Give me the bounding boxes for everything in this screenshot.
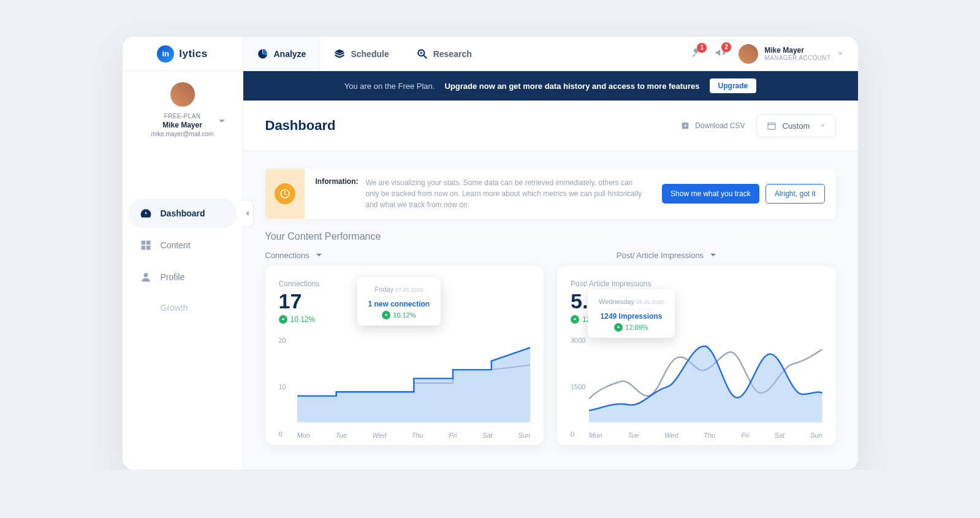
nav-tab-analyze[interactable]: Analyze (243, 37, 321, 70)
x-tick: Sat (482, 432, 493, 439)
charts-row: Connections 17 10.12% Friday07.05.2020 1… (243, 266, 858, 470)
main: You are on the Free Plan. Upgrade now an… (243, 71, 858, 470)
x-tick: Fri (449, 432, 457, 439)
clock-icon (275, 183, 295, 204)
section-title: Your Content Performance (243, 231, 858, 242)
avatar (739, 44, 758, 64)
x-tick: Thu (412, 432, 424, 439)
arrow-up-icon (614, 323, 623, 332)
x-tick: Mon (297, 432, 310, 439)
show-tracking-button[interactable]: Show me what you track (662, 184, 759, 204)
chart-area: 20 10 0 Mon Tue Wed (279, 335, 531, 439)
svg-rect-5 (141, 241, 145, 245)
card-delta-value: 10.12% (291, 315, 316, 324)
notif-badge: 2 (721, 42, 731, 52)
grid-icon (140, 239, 152, 251)
page-header: Dashboard Download CSV Custom (243, 101, 858, 151)
x-tick: Wed (664, 432, 678, 439)
x-tick: Mon (589, 432, 602, 439)
sidebar-item-label: Profile (161, 272, 185, 282)
sidebar-nav: Dashboard Content Profile Growth (123, 199, 243, 321)
x-tick: Sun (518, 432, 530, 439)
tooltip-day: Wednesday (599, 298, 634, 305)
nav-tab-label: Research (433, 49, 472, 59)
notifications-key[interactable]: 1 (691, 47, 703, 61)
sidebar-item-label: Dashboard (161, 208, 205, 218)
brand-logo-icon: in (157, 45, 174, 63)
svg-point-9 (143, 273, 148, 277)
sidebar-user-name: Mike Mayer (162, 121, 202, 129)
upgrade-banner: You are on the Free Plan. Upgrade now an… (243, 71, 858, 101)
metric-label: Post/ Article Impressions (617, 251, 704, 260)
nav-tab-schedule[interactable]: Schedule (320, 37, 402, 70)
chart-tooltip: Friday07.05.2020 1 new connection 10.12% (357, 277, 441, 326)
impressions-chart[interactable] (589, 335, 822, 422)
x-tick: Wed (373, 432, 386, 439)
body: FREE-PLAN Mike Mayer mike.mayer@mail.com… (123, 71, 858, 470)
tooltip-date: 07.05.2020 (395, 287, 423, 293)
user-role: MANAGER ACCOUNT (764, 55, 830, 61)
banner-lead: You are on the Free Plan. (344, 82, 435, 91)
tooltip-delta: 12.09% (614, 323, 648, 332)
tooltip-day: Friday (375, 286, 394, 293)
arrow-up-icon (571, 315, 579, 324)
x-tick: Sat (775, 432, 785, 439)
page-title: Dashboard (265, 118, 336, 134)
tooltip-main: 1 new connection (368, 300, 430, 308)
metric-select-right[interactable]: Post/ Article Impressions (617, 251, 716, 260)
top-nav: in lytics Analyze Schedule Research (123, 37, 858, 71)
download-csv-label: Download CSV (695, 121, 745, 130)
chart-area: 3000 1500 0 Mon Tue (571, 335, 822, 439)
sidebar-item-label: Content (161, 240, 191, 250)
banner-strong: Upgrade now an get more data history and… (444, 82, 699, 91)
date-range-label: Custom (783, 121, 810, 131)
notif-badge: 1 (697, 43, 707, 53)
tooltip-date: 05.05.2020 (636, 299, 664, 305)
user-menu[interactable]: Mike Mayer MANAGER ACCOUNT (739, 44, 843, 64)
svg-rect-7 (141, 246, 145, 250)
svg-line-1 (424, 55, 426, 58)
sidebar-item-profile[interactable]: Profile (129, 262, 237, 292)
connections-chart[interactable] (297, 335, 531, 422)
dismiss-info-button[interactable]: Alright, got it (765, 184, 825, 204)
info-banner: Information: We are visualizing your sta… (265, 169, 836, 219)
x-tick: Thu (704, 432, 715, 439)
date-range-select[interactable]: Custom (756, 114, 836, 137)
sidebar-item-growth[interactable]: Growth (129, 294, 237, 321)
nav-tab-research[interactable]: Research (403, 37, 485, 70)
impressions-card: Post/ Article Impressions 5.653 12.09% W… (557, 266, 836, 445)
sidebar-item-content[interactable]: Content (129, 230, 237, 260)
y-tick: 0 (571, 430, 574, 438)
tooltip-delta: 10.12% (382, 311, 416, 319)
x-tick: Tue (628, 432, 639, 439)
divider (378, 297, 420, 297)
x-tick: Fri (741, 432, 749, 439)
chevron-down-icon (837, 51, 843, 57)
collapse-sidebar-button[interactable] (243, 200, 254, 227)
svg-rect-11 (768, 123, 775, 129)
brand[interactable]: in lytics (123, 45, 243, 63)
sidebar: FREE-PLAN Mike Mayer mike.mayer@mail.com… (123, 71, 243, 470)
nav-tab-label: Analyze (274, 49, 306, 59)
metric-select-left[interactable]: Connections (265, 251, 322, 260)
y-tick: 10 (279, 383, 286, 390)
notifications-announce[interactable]: 2 (714, 46, 727, 62)
nav-tabs: Analyze Schedule Research (243, 37, 485, 70)
chevron-down-icon (316, 252, 322, 259)
upgrade-button[interactable]: Upgrade (710, 78, 757, 93)
metric-label: Connections (265, 251, 310, 260)
sidebar-item-dashboard[interactable]: Dashboard (129, 199, 237, 228)
topnav-right: 1 2 Mike Mayer MANAGER ACCOUNT (691, 44, 857, 64)
chevron-down-icon[interactable] (218, 116, 226, 128)
svg-point-4 (148, 214, 150, 215)
user-text: Mike Mayer MANAGER ACCOUNT (764, 46, 830, 61)
download-csv-button[interactable]: Download CSV (680, 121, 745, 131)
brand-name: lytics (179, 48, 207, 60)
svg-point-3 (142, 214, 143, 215)
stack-icon (333, 48, 346, 60)
svg-rect-6 (146, 241, 150, 245)
svg-point-2 (420, 51, 422, 54)
download-icon (680, 121, 690, 131)
sidebar-user[interactable]: FREE-PLAN Mike Mayer mike.mayer@mail.com (123, 82, 243, 137)
calendar-icon (767, 121, 777, 131)
